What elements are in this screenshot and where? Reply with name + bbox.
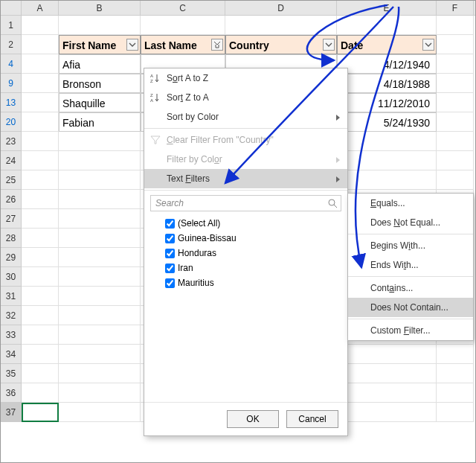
cell[interactable] xyxy=(59,170,141,190)
cell[interactable] xyxy=(22,287,59,306)
row-head-25[interactable]: 25 xyxy=(1,170,22,190)
cell[interactable] xyxy=(59,248,141,267)
cell[interactable] xyxy=(59,325,141,345)
cell[interactable] xyxy=(59,383,141,403)
submenu-equals[interactable]: Equals... xyxy=(348,194,473,213)
cancel-button[interactable]: Cancel xyxy=(286,410,338,428)
col-A[interactable]: A xyxy=(22,1,59,15)
ok-button[interactable]: OK xyxy=(227,410,279,428)
cell[interactable] xyxy=(22,306,59,325)
row-head-34[interactable]: 34 xyxy=(1,345,22,364)
cell[interactable] xyxy=(337,364,437,383)
cell[interactable] xyxy=(22,229,59,248)
cell[interactable] xyxy=(22,74,59,93)
check-item[interactable]: Honduras xyxy=(165,246,341,261)
menu-sort-za[interactable]: ZA Sort Z to A xyxy=(144,88,347,107)
cell[interactable] xyxy=(59,190,141,209)
cell[interactable] xyxy=(22,383,59,403)
row-head-24[interactable]: 24 xyxy=(1,151,22,170)
row-head-33[interactable]: 33 xyxy=(1,325,22,345)
cell[interactable] xyxy=(59,267,141,287)
submenu-not-contain[interactable]: Does Not Contain... xyxy=(348,298,473,317)
row-head-31[interactable]: 31 xyxy=(1,287,22,306)
row-head-9[interactable]: 9 xyxy=(1,74,22,93)
cell[interactable] xyxy=(59,132,141,151)
submenu-ends[interactable]: Ends With... xyxy=(348,255,473,275)
cell[interactable] xyxy=(437,54,474,74)
cell[interactable] xyxy=(59,16,141,35)
checkbox[interactable] xyxy=(165,234,175,243)
row-head-20[interactable]: 20 xyxy=(1,112,22,132)
row-head-27[interactable]: 27 xyxy=(1,209,22,229)
header-date[interactable]: Date xyxy=(337,35,437,54)
col-C[interactable]: C xyxy=(141,1,225,15)
row-head-4[interactable]: 4 xyxy=(1,54,22,74)
menu-text-filters[interactable]: Text Filters xyxy=(144,169,347,188)
cell[interactable] xyxy=(22,325,59,345)
checkbox[interactable] xyxy=(165,264,175,273)
cell[interactable] xyxy=(141,16,225,35)
cell[interactable] xyxy=(22,209,59,229)
cell[interactable] xyxy=(437,132,474,151)
cell[interactable] xyxy=(59,287,141,306)
check-item[interactable]: Iran xyxy=(165,261,341,275)
cell[interactable] xyxy=(22,190,59,209)
cell[interactable] xyxy=(437,151,474,170)
submenu-custom[interactable]: Custom Filter... xyxy=(348,321,473,340)
cell[interactable] xyxy=(437,35,474,54)
menu-sort-az[interactable]: AZ Sort A to Z xyxy=(144,68,347,88)
cell[interactable] xyxy=(22,170,59,190)
row-head-13[interactable]: 13 xyxy=(1,93,22,112)
row-head-2[interactable]: 2 xyxy=(1,35,22,54)
submenu-begins[interactable]: Begins With... xyxy=(348,236,473,255)
filter-button-last[interactable] xyxy=(211,39,223,51)
row-head-36[interactable]: 36 xyxy=(1,383,22,403)
row-head-29[interactable]: 29 xyxy=(1,248,22,267)
cell[interactable] xyxy=(437,170,474,190)
cell[interactable] xyxy=(337,345,437,364)
col-B[interactable]: B xyxy=(59,1,141,15)
checkbox[interactable] xyxy=(165,219,175,229)
cell-first[interactable]: Afia xyxy=(59,54,141,74)
filter-button-first[interactable] xyxy=(126,39,138,51)
cell-first[interactable]: Shaquille xyxy=(59,93,141,112)
col-F[interactable]: F xyxy=(437,1,474,15)
col-D[interactable]: D xyxy=(225,1,337,15)
cell[interactable] xyxy=(337,383,437,403)
cell[interactable] xyxy=(59,229,141,248)
cell[interactable] xyxy=(22,364,59,383)
cell[interactable] xyxy=(337,16,437,35)
cell[interactable] xyxy=(22,35,59,54)
cell[interactable] xyxy=(337,132,437,151)
submenu-not-equal[interactable]: Does Not Equal... xyxy=(348,213,473,232)
checkbox[interactable] xyxy=(165,249,175,258)
cell[interactable] xyxy=(59,364,141,383)
cell[interactable] xyxy=(22,132,59,151)
row-head-1[interactable]: 1 xyxy=(1,16,22,35)
cell-first[interactable]: Bronson xyxy=(59,74,141,93)
row-head-37[interactable]: 37 xyxy=(1,403,22,422)
cell[interactable] xyxy=(337,403,437,422)
menu-sort-color[interactable]: Sort by Color xyxy=(144,107,347,127)
col-E[interactable]: E xyxy=(337,1,437,15)
cell[interactable] xyxy=(437,112,474,132)
search-input[interactable]: Search xyxy=(150,195,341,211)
cell-date[interactable]: 4/18/1988 xyxy=(337,74,437,93)
check-item[interactable]: Guinea-Bissau xyxy=(165,231,341,246)
cell-date[interactable]: 5/24/1930 xyxy=(337,112,437,132)
header-last-name[interactable]: Last Name xyxy=(141,35,225,54)
cell[interactable] xyxy=(437,364,474,383)
cell[interactable] xyxy=(59,306,141,325)
cell[interactable] xyxy=(59,209,141,229)
cell[interactable] xyxy=(22,267,59,287)
check-item[interactable]: Mauritius xyxy=(165,275,341,290)
cell[interactable] xyxy=(22,248,59,267)
menu-filter-color[interactable]: Filter by Color xyxy=(144,150,347,169)
header-first-name[interactable]: First Name xyxy=(59,35,141,54)
checkbox[interactable] xyxy=(165,278,175,288)
cell[interactable] xyxy=(22,112,59,132)
cell[interactable] xyxy=(437,74,474,93)
submenu-contains[interactable]: Contains... xyxy=(348,278,473,298)
cell[interactable] xyxy=(59,403,141,422)
cell[interactable] xyxy=(337,151,437,170)
